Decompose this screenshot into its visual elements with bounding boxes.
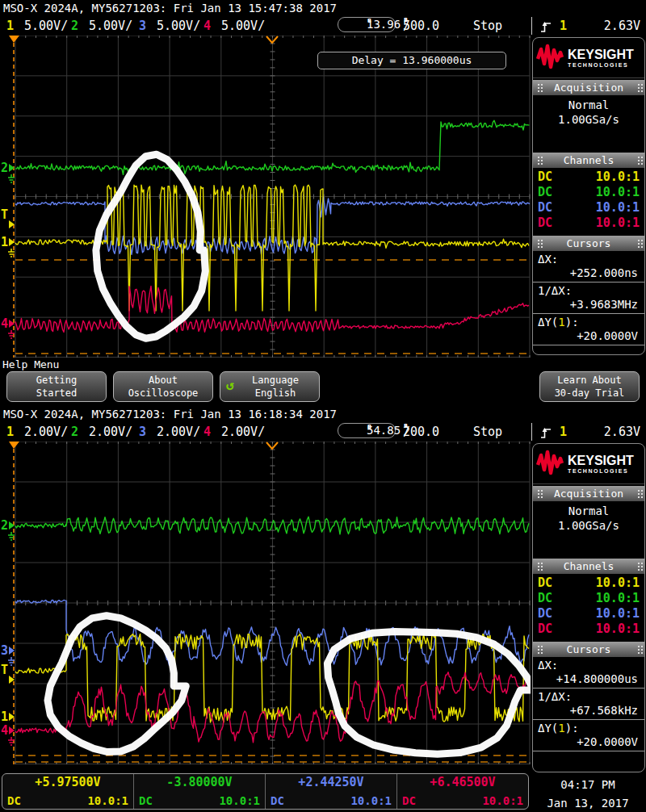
grip-dots-icon — [638, 84, 640, 86]
svg-text:2: 2 — [1, 161, 8, 175]
cursors-panel: ΔX: +252.000ns 1/ΔX: +3.9683MHz ΔY(1): +… — [533, 251, 644, 345]
delay-readout-pill[interactable]: 13.96us — [338, 17, 396, 32]
grip-dots-icon — [538, 84, 539, 86]
info-sidebar: KEYSIGHT TECHNOLOGIES Acquisition Normal… — [532, 37, 645, 355]
window-title: MSO-X 2024A, MY56271203: Fri Jan 13 16:1… — [0, 406, 646, 423]
keysight-brand: KEYSIGHT TECHNOLOGIES — [533, 444, 644, 484]
svg-text:4: 4 — [1, 723, 8, 738]
keysight-brand: KEYSIGHT TECHNOLOGIES — [533, 38, 644, 78]
channel3-scale[interactable]: 5.00V/ — [157, 17, 200, 35]
trigger-edge-icon — [540, 20, 552, 38]
grip-dots-icon — [638, 646, 640, 647]
brand-name: KEYSIGHT — [568, 48, 634, 62]
brand-subtitle: TECHNOLOGIES — [568, 62, 634, 68]
grip-dots-icon — [638, 563, 640, 564]
keysight-logo-icon — [536, 449, 564, 479]
learn-about-trial-button[interactable]: Learn About30-day Trial — [539, 371, 640, 402]
channel1-coupling-row: DC10.0:1 — [533, 170, 644, 185]
channel2-coupling-row: DC10.0:1 — [533, 185, 644, 200]
measurement-channel3: +2.44250V DC10.0:1 — [266, 774, 397, 809]
help-menu-bar: Help Menu GettingStarted AboutOscillosco… — [0, 358, 646, 406]
acquisition-title: Acquisition — [554, 82, 623, 94]
acquisition-panel-header[interactable]: Acquisition — [533, 80, 644, 95]
channel1-coupling-row: DC10.0:1 — [533, 576, 644, 591]
help-menu-label: Help Menu — [0, 358, 646, 370]
oscilloscope-screenshot-bottom: MSO-X 2024A, MY56271203: Fri Jan 13 16:1… — [0, 406, 646, 812]
channel4-number[interactable]: 4 — [203, 423, 211, 441]
channel2-scale[interactable]: 5.00V/ — [89, 17, 132, 35]
grip-dots-icon — [538, 646, 539, 647]
channel1-scale[interactable]: 2.00V/ — [24, 423, 68, 441]
trigger-readout: 1 2.63V — [531, 423, 645, 441]
cursors-title: Cursors — [567, 643, 611, 655]
trigger-level: 2.63V — [590, 17, 640, 35]
oscilloscope-screenshot-top: MSO-X 2024A, MY56271203: Fri Jan 13 15:4… — [0, 0, 646, 358]
waveform-display: 2T14 — [0, 36, 531, 358]
cursors-panel-header[interactable]: Cursors — [533, 642, 644, 657]
channel3-coupling-row: DC10.0:1 — [533, 200, 644, 216]
channel4-number[interactable]: 4 — [203, 17, 211, 35]
waveform-display: 23T14 — [0, 442, 531, 764]
channel3-number[interactable]: 3 — [139, 423, 146, 441]
channel2-scale[interactable]: 2.00V/ — [89, 423, 132, 441]
channel2-number[interactable]: 2 — [71, 17, 78, 35]
trigger-edge-icon — [540, 426, 552, 444]
delta-x-label: ΔX: — [533, 251, 644, 266]
trigger-level: 2.63V — [590, 423, 640, 441]
grip-dots-icon — [538, 563, 539, 564]
run-state[interactable]: Stop — [473, 423, 502, 441]
about-oscilloscope-button[interactable]: AboutOscilloscope — [113, 371, 213, 402]
status-bar: 1 2.00V/ 2 2.00V/ 3 2.00V/ 4 2.00V/ 54.8… — [0, 423, 646, 441]
grip-dots-icon — [538, 157, 539, 158]
oscilloscope-screenshots-page: { "colors":{"ch1":"#e8e100","ch2":"#1ecc… — [0, 0, 646, 812]
window-title: MSO-X 2024A, MY56271203: Fri Jan 13 15:4… — [0, 0, 646, 17]
acquisition-panel: Normal 1.00GSa/s — [533, 95, 644, 151]
sample-rate: 1.00GSa/s — [533, 518, 644, 533]
channel4-scale[interactable]: 2.00V/ — [221, 423, 265, 441]
svg-text:2: 2 — [1, 518, 8, 533]
trigger-source-channel: 1 — [560, 423, 567, 441]
language-refresh-icon: ↺ — [226, 379, 234, 391]
cursors-title: Cursors — [567, 237, 611, 249]
channel1-number[interactable]: 1 — [6, 423, 14, 441]
status-bar: 1 5.00V/ 2 5.00V/ 3 5.00V/ 4 5.00V/ 13.9… — [0, 17, 646, 35]
acquisition-title: Acquisition — [554, 488, 623, 500]
measurement-channel4: +6.46500V DC10.0:1 — [397, 774, 528, 809]
channel1-number[interactable]: 1 — [6, 17, 14, 35]
delta-y-value: +20.0000V — [533, 329, 644, 345]
channels-panel-header[interactable]: Channels — [533, 559, 644, 574]
language-button[interactable]: ↺ LanguageEnglish — [220, 371, 320, 402]
channel3-scale[interactable]: 2.00V/ — [157, 423, 200, 441]
inv-delta-x-label: 1/ΔX: — [533, 283, 644, 298]
acquisition-panel-header[interactable]: Acquisition — [533, 486, 644, 501]
svg-text:1: 1 — [1, 235, 8, 249]
channels-panel-header[interactable]: Channels — [533, 153, 644, 168]
sample-rate: 1.00GSa/s — [533, 112, 644, 127]
cursors-panel-header[interactable]: Cursors — [533, 236, 644, 251]
acquisition-mode: Normal — [533, 98, 644, 112]
channel2-number[interactable]: 2 — [71, 423, 78, 441]
channel3-coupling-row: DC10.0:1 — [533, 606, 644, 622]
waveform-graticule: 23T14 — [0, 442, 531, 764]
brand-name: KEYSIGHT — [568, 454, 634, 468]
brand-subtitle: TECHNOLOGIES — [568, 468, 634, 474]
channel4-scale[interactable]: 5.00V/ — [221, 17, 265, 35]
cursors-panel: ΔX: +14.800000us 1/ΔX: +67.568kHz ΔY(1):… — [533, 657, 644, 751]
delay-readout-pill[interactable]: 54.85us — [338, 423, 396, 438]
channel1-scale[interactable]: 5.00V/ — [24, 17, 68, 35]
getting-started-button[interactable]: GettingStarted — [6, 371, 107, 402]
grip-dots-icon — [638, 490, 640, 492]
grip-dots-icon — [638, 240, 640, 241]
measurement-channel1: +5.97500V DC10.0:1 — [2, 774, 134, 809]
delta-x-value: +252.000ns — [533, 266, 644, 283]
run-state[interactable]: Stop — [473, 17, 502, 35]
channels-title: Channels — [564, 154, 615, 166]
info-sidebar: KEYSIGHT TECHNOLOGIES Acquisition Normal… — [532, 443, 645, 772]
acquisition-panel: Normal 1.00GSa/s — [533, 501, 644, 557]
clock-date: Jan 13, 2017 — [532, 794, 644, 812]
channel3-number[interactable]: 3 — [139, 17, 146, 35]
delta-x-label: ΔX: — [533, 657, 644, 672]
channels-title: Channels — [564, 560, 615, 572]
inv-delta-x-label: 1/ΔX: — [533, 689, 644, 704]
acquisition-mode: Normal — [533, 504, 644, 518]
